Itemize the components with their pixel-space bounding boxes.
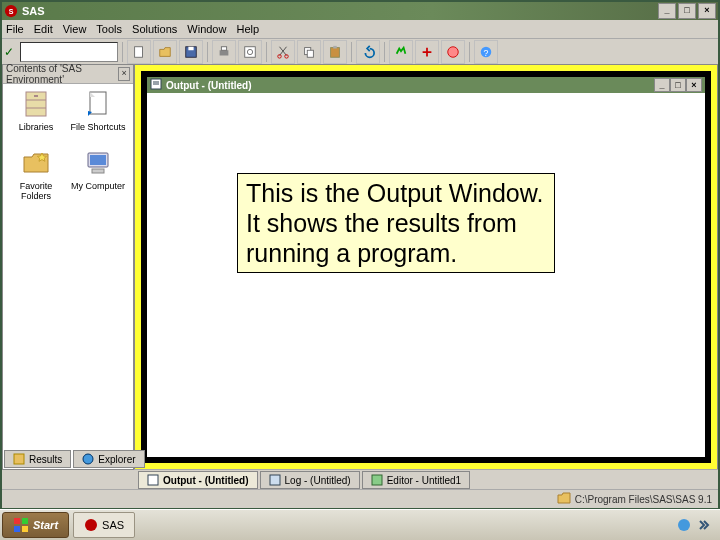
toolbar-separator	[469, 42, 470, 62]
taskbar: Start SAS	[0, 509, 720, 540]
start-button[interactable]: Start	[2, 512, 69, 538]
explorer-item-file-shortcuts[interactable]: File Shortcuts	[69, 88, 127, 143]
menu-help[interactable]: Help	[236, 23, 259, 35]
paste-button[interactable]	[323, 40, 347, 64]
highlight-frame: Output - (Untitled) _ □ × This is the Ou…	[135, 65, 717, 469]
maximize-button[interactable]: □	[678, 3, 696, 19]
output-maximize-button[interactable]: □	[670, 78, 686, 92]
left-tab-label: Explorer	[98, 454, 135, 465]
tray-chevrons-icon[interactable]	[696, 517, 712, 533]
output-minimize-button[interactable]: _	[654, 78, 670, 92]
break-button[interactable]	[441, 40, 465, 64]
output-title-text: Output - (Untitled)	[166, 80, 252, 91]
svg-rect-29	[14, 454, 24, 464]
callout-text: This is the Output Window. It shows the …	[246, 179, 543, 267]
mdi-tab-output[interactable]: Output - (Untitled)	[138, 471, 258, 489]
toolbar-separator	[351, 42, 352, 62]
copy-button[interactable]	[297, 40, 321, 64]
svg-rect-36	[14, 526, 20, 532]
undo-button[interactable]	[356, 40, 380, 64]
folder-icon	[557, 492, 571, 506]
help-button[interactable]: ?	[474, 40, 498, 64]
svg-point-39	[678, 519, 690, 531]
cabinet-icon	[20, 88, 52, 120]
computer-icon	[82, 147, 114, 179]
explorer-item-favorite-folders[interactable]: Favorite Folders	[7, 147, 65, 202]
output-title-bar[interactable]: Output - (Untitled) _ □ ×	[147, 77, 705, 93]
toolbar-separator	[266, 42, 267, 62]
menu-file[interactable]: File	[6, 23, 24, 35]
svg-rect-7	[245, 47, 256, 58]
callout-box: This is the Output Window. It shows the …	[237, 173, 555, 273]
explorer-close-icon[interactable]: ×	[118, 67, 130, 81]
window-controls: _ □ ×	[658, 3, 716, 19]
save-button[interactable]	[179, 40, 203, 64]
svg-rect-2	[135, 47, 143, 58]
app-title: SAS	[22, 5, 45, 17]
output-window[interactable]: Output - (Untitled) _ □ × This is the Ou…	[147, 77, 705, 457]
cut-button[interactable]	[271, 40, 295, 64]
svg-text:S: S	[9, 8, 14, 15]
explorer-body: Libraries File Shortcuts Favorite Folder…	[3, 84, 133, 469]
explorer-header: Contents of 'SAS Environment' ×	[3, 65, 133, 84]
taskbar-item-sas[interactable]: SAS	[73, 512, 135, 538]
mdi-area: Output - (Untitled) _ □ × This is the Ou…	[134, 64, 718, 470]
editor-tab-icon	[371, 474, 383, 486]
clear-button[interactable]	[415, 40, 439, 64]
explorer-icon	[82, 453, 94, 465]
folder-star-icon	[20, 147, 52, 179]
command-box[interactable]	[20, 42, 118, 62]
new-button[interactable]	[127, 40, 151, 64]
explorer-pane: Contents of 'SAS Environment' × Librarie…	[2, 64, 134, 470]
svg-rect-21	[34, 95, 38, 97]
close-button[interactable]: ×	[698, 3, 716, 19]
explorer-header-text: Contents of 'SAS Environment'	[6, 63, 118, 85]
open-button[interactable]	[153, 40, 177, 64]
svg-rect-13	[331, 48, 340, 58]
mdi-tab-editor[interactable]: Editor - Untitled1	[362, 471, 470, 489]
svg-rect-31	[148, 475, 158, 485]
mdi-tab-label: Output - (Untitled)	[163, 475, 249, 486]
explorer-item-my-computer[interactable]: My Computer	[69, 147, 127, 202]
menu-window[interactable]: Window	[187, 23, 226, 35]
log-tab-icon	[269, 474, 281, 486]
sas-app-window: S SAS _ □ × File Edit View Tools Solutio…	[0, 0, 720, 510]
svg-text:?: ?	[484, 48, 489, 58]
file-shortcut-icon	[82, 88, 114, 120]
preview-button[interactable]	[238, 40, 262, 64]
title-bar: S SAS _ □ ×	[2, 2, 718, 20]
system-tray	[668, 513, 720, 537]
output-tab-icon	[147, 474, 159, 486]
menu-edit[interactable]: Edit	[34, 23, 53, 35]
status-bar: C:\Program Files\SAS\SAS 9.1	[2, 489, 718, 508]
minimize-button[interactable]: _	[658, 3, 676, 19]
svg-rect-25	[92, 169, 104, 173]
mdi-tab-log[interactable]: Log - (Untitled)	[260, 471, 360, 489]
explorer-item-label: File Shortcuts	[70, 122, 125, 132]
svg-rect-14	[333, 46, 337, 49]
toolbar-separator	[384, 42, 385, 62]
explorer-item-label: My Computer	[71, 181, 125, 191]
print-button[interactable]	[212, 40, 236, 64]
left-tab-explorer[interactable]: Explorer	[73, 450, 144, 468]
explorer-item-libraries[interactable]: Libraries	[7, 88, 65, 143]
svg-rect-34	[14, 518, 20, 524]
explorer-item-label: Favorite Folders	[7, 181, 65, 201]
taskbar-item-label: SAS	[102, 519, 124, 531]
mdi-tabstrip: Output - (Untitled) Log - (Untitled) Edi…	[134, 469, 718, 490]
submit-button[interactable]	[389, 40, 413, 64]
left-tab-results[interactable]: Results	[4, 450, 71, 468]
menu-view[interactable]: View	[63, 23, 87, 35]
output-body: This is the Output Window. It shows the …	[147, 93, 705, 457]
mdi-tab-label: Editor - Untitled1	[387, 475, 461, 486]
tray-icon[interactable]	[676, 517, 692, 533]
svg-rect-5	[220, 50, 229, 55]
svg-rect-24	[90, 155, 106, 165]
svg-rect-33	[372, 475, 382, 485]
menu-solutions[interactable]: Solutions	[132, 23, 177, 35]
menu-tools[interactable]: Tools	[96, 23, 122, 35]
mdi-tab-label: Log - (Untitled)	[285, 475, 351, 486]
svg-rect-6	[221, 47, 226, 51]
output-close-button[interactable]: ×	[686, 78, 702, 92]
windows-flag-icon	[13, 517, 29, 533]
